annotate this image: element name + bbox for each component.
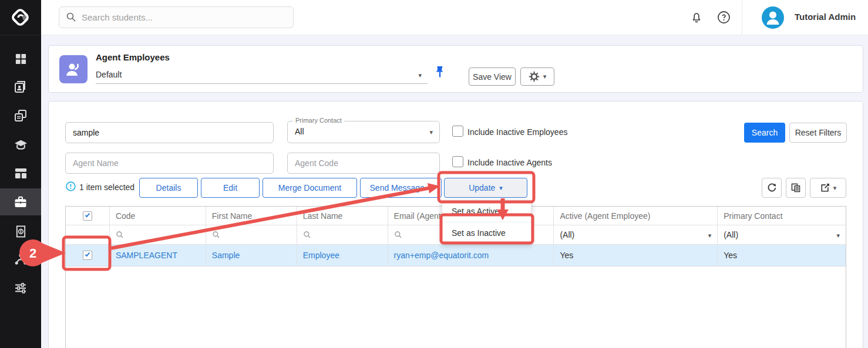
view-settings-button[interactable]: ▾ [520, 67, 554, 86]
filter-cell-last-name[interactable] [297, 225, 388, 244]
column-chooser-button[interactable] [786, 178, 806, 198]
caret-down-icon: ▾ [543, 73, 547, 80]
search-button[interactable]: Search [744, 123, 785, 143]
cell-email: ryan+emp@equatorit.com [388, 245, 554, 266]
reset-filters-button[interactable]: Reset Filters [789, 123, 847, 143]
edit-button[interactable]: Edit [201, 178, 260, 198]
search-icon [394, 231, 402, 239]
table-empty-area [65, 266, 846, 348]
primary-contact-label: Primary Contact [293, 117, 344, 124]
user-name[interactable]: Tutorial Admin [795, 12, 856, 22]
merge-document-button[interactable]: Merge Document [263, 178, 357, 198]
sliders-icon [14, 282, 27, 295]
gear-icon [529, 71, 540, 82]
search-students-input[interactable] [59, 6, 294, 28]
select-all-checkbox[interactable] [83, 211, 92, 221]
app-logo[interactable] [0, 0, 41, 35]
primary-contact-value: All [295, 127, 304, 136]
selection-count: 1 item selected [79, 183, 134, 192]
cell-first-name: Sample [206, 245, 297, 266]
sidebar-item-education[interactable] [0, 131, 41, 158]
pin-view-button[interactable] [433, 65, 446, 81]
notifications-button[interactable] [690, 11, 703, 26]
agent-code-input[interactable] [287, 153, 440, 174]
primary-contact-select[interactable]: Primary Contact All ▾ [287, 121, 440, 143]
filter-cell-code[interactable] [110, 225, 206, 244]
view-header-card: Agent Employees Default ▾ Save View [48, 45, 863, 93]
person-icon [762, 6, 784, 29]
refresh-button[interactable] [762, 178, 782, 198]
include-inactive-employees-checkbox[interactable] [452, 126, 463, 137]
column-header-first-name[interactable]: First Name [206, 207, 297, 225]
details-button[interactable]: Details [139, 178, 198, 198]
include-inactive-agents-checkbox[interactable] [452, 156, 463, 167]
view-select-value: Default [96, 70, 122, 79]
sidebar-item-documents[interactable] [0, 102, 41, 129]
view-select[interactable]: Default ▾ [96, 66, 428, 84]
global-search [59, 6, 294, 28]
caret-down-icon: ▾ [836, 232, 840, 239]
cell-code: SAMPLEAGENT [110, 245, 206, 266]
dashboard-icon [15, 53, 27, 65]
graduation-cap-icon [14, 138, 28, 151]
copy-columns-icon [790, 183, 801, 193]
column-header-code[interactable]: Code [110, 207, 206, 225]
menu-item-set-as-inactive[interactable]: Set as Inactive [442, 222, 531, 243]
filter-select-primary-contact[interactable]: (All) ▾ [718, 225, 846, 244]
column-header-primary-contact[interactable]: Primary Contact [718, 207, 846, 225]
filter-select-active[interactable]: (All) ▾ [554, 225, 718, 244]
topbar: Tutorial Admin [41, 0, 868, 35]
cell-last-name: Employee [297, 245, 388, 266]
include-inactive-employees-label: Include Inactive Employees [467, 127, 567, 137]
search-icon [303, 231, 311, 239]
logo-icon [10, 7, 31, 28]
page-title: Agent Employees [96, 52, 170, 62]
filter-cell-first-name[interactable] [206, 225, 297, 244]
keyword-input[interactable] [65, 122, 274, 143]
edit-label: Edit [223, 183, 237, 192]
contact-card-icon [14, 80, 27, 93]
bell-icon [690, 11, 703, 24]
pushpin-icon [433, 65, 446, 79]
export-icon [820, 183, 830, 193]
caret-down-icon: ▾ [418, 72, 422, 79]
sidebar-item-settings[interactable] [0, 275, 41, 302]
save-view-button[interactable]: Save View [469, 67, 516, 86]
filter-active-value: (All) [560, 230, 574, 239]
row-checkbox[interactable] [83, 251, 92, 260]
sidebar-item-invoices[interactable] [0, 218, 41, 245]
user-avatar[interactable] [762, 6, 784, 29]
update-dropdown-menu: Set as Active Set as Inactive [442, 200, 531, 244]
update-button[interactable]: Update ▾ [444, 178, 527, 198]
send-message-label: Send Message [370, 183, 425, 192]
invoice-icon [15, 225, 27, 238]
update-label: Update [469, 183, 495, 192]
cell-primary-contact: Yes [718, 245, 846, 266]
layout-icon [15, 167, 27, 180]
export-button[interactable]: ▾ [810, 178, 846, 198]
sidebar [0, 0, 41, 348]
merge-document-label: Merge Document [278, 183, 341, 192]
app-window: Tutorial Admin Agent Employees Default ▾… [0, 0, 868, 348]
column-header-active[interactable]: Active (Agent Employee) [554, 207, 718, 225]
sidebar-item-agents[interactable] [0, 188, 41, 215]
caret-down-icon: ▾ [833, 185, 837, 191]
agent-name-input[interactable] [65, 153, 274, 174]
table-row[interactable]: SAMPLEAGENT Sample Employee ryan+emp@equ… [66, 245, 846, 266]
help-icon [717, 11, 731, 24]
sidebar-item-contacts[interactable] [0, 73, 41, 100]
search-icon [212, 231, 220, 239]
caret-down-icon: ▾ [429, 185, 432, 191]
menu-item-set-as-active[interactable]: Set as Active [442, 201, 531, 222]
column-header-last-name[interactable]: Last Name [297, 207, 388, 225]
filter-primary-contact-value: (All) [724, 230, 738, 239]
sidebar-item-network[interactable] [0, 245, 41, 272]
sidebar-item-dashboard[interactable] [0, 45, 41, 72]
refresh-icon [766, 183, 777, 193]
send-message-button[interactable]: Send Message ▾ [360, 178, 442, 198]
sidebar-item-layout[interactable] [0, 160, 41, 187]
caret-down-icon: ▾ [499, 185, 503, 191]
topbar-divider [742, 0, 742, 35]
search-icon [116, 231, 124, 239]
help-button[interactable] [717, 11, 731, 26]
